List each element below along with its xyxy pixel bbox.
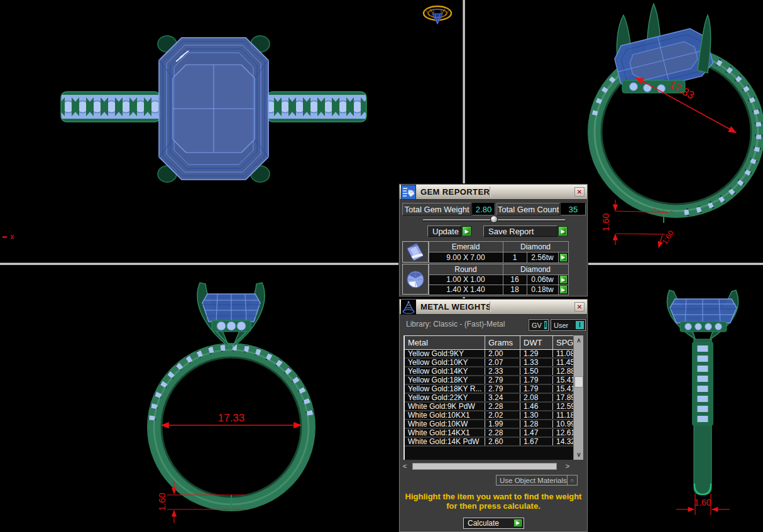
metal-table-row[interactable]: White Gold:9K PdW2.281.4612.59	[405, 403, 573, 411]
metal-table-cell: Yellow Gold:10KY	[405, 359, 485, 366]
gem-reporter-icon	[401, 185, 416, 200]
metal-table-cell: 2.28	[485, 429, 520, 437]
metal-table-cell: 1.99	[485, 420, 520, 428]
save-report-button[interactable]: Save Report	[483, 225, 557, 237]
metal-table-cell: 10.99	[553, 420, 573, 428]
viewport-divider-horizontal[interactable]	[0, 263, 763, 265]
gem-weight-cell: 0.18tw	[527, 285, 559, 295]
gem-type-header: Diamond	[503, 264, 569, 275]
update-button[interactable]: Update	[427, 225, 461, 237]
emerald-stone-icon	[402, 241, 429, 263]
row-arrow-icon[interactable]: ▶	[559, 285, 568, 294]
use-object-materials-button[interactable]: Use Object Materials ○	[496, 475, 578, 486]
metal-table-row[interactable]: White Gold:10KW1.991.2810.99	[405, 420, 573, 429]
ring-top-view-drawing	[0, 0, 463, 263]
metal-table-cell: White Gold:14KX1	[405, 429, 485, 437]
scroll-left-icon[interactable]: <	[400, 462, 409, 470]
vertical-scrollbar-thumb[interactable]	[574, 376, 583, 388]
row-arrow-icon[interactable]: ▶	[559, 275, 568, 284]
svg-text:17.33: 17.33	[218, 412, 245, 424]
metal-table-cell: 12.59	[553, 403, 573, 410]
metal-table-cell: 2.60	[485, 438, 520, 445]
horizontal-scrollbar-thumb[interactable]	[412, 463, 557, 470]
axis-x-label: x	[3, 232, 14, 241]
col-header-spg[interactable]: SPG	[553, 336, 573, 349]
metal-table-cell: 3.24	[485, 394, 520, 401]
gem-row-action[interactable]: ▶	[558, 274, 569, 285]
gem-size-cell: 1.00 X 1.00	[429, 274, 503, 285]
metal-table-row[interactable]: White Gold:14K PdW2.601.6714.32	[405, 438, 573, 447]
svg-text:1.60: 1.60	[600, 213, 611, 231]
scroll-down-icon[interactable]: ∨	[574, 450, 584, 460]
scroll-right-icon[interactable]: >	[563, 462, 572, 470]
calculate-button[interactable]: Calculate ▶	[463, 518, 524, 529]
metal-table-cell: 12.88	[553, 367, 573, 375]
metal-grid: Metal Grams DWT SPG Yellow Gold:9KY2.001…	[403, 335, 573, 460]
calculate-arrow-icon[interactable]: ▶	[513, 519, 522, 527]
instruction-line-2: for then press calculate.	[400, 501, 587, 511]
close-icon[interactable]: ✕	[574, 302, 585, 312]
metal-table-cell: 15.41	[553, 376, 573, 384]
gem-row-action[interactable]: ▶	[558, 285, 569, 295]
gem-reporter-titlebar[interactable]: GEM REPORTER ✕	[400, 185, 587, 200]
viewport-top-view[interactable]	[0, 0, 463, 263]
gv-toggle-indicator[interactable]: I	[544, 321, 547, 329]
scroll-up-icon[interactable]: ∧	[574, 335, 584, 345]
gv-label: GV	[532, 322, 542, 329]
metal-table-row[interactable]: Yellow Gold:22KY3.242.0817.89	[405, 394, 573, 403]
metal-table-body: Yellow Gold:9KY2.001.2911.08Yellow Gold:…	[405, 350, 573, 447]
col-header-grams[interactable]: Grams	[485, 336, 520, 349]
gem-count-cell: 18	[503, 285, 527, 295]
horizontal-scrollbar[interactable]: < >	[400, 462, 574, 470]
metal-table-cell: 1.28	[520, 420, 553, 428]
gem-group-round[interactable]: Round Diamond 1.00 X 1.00 16 0.06tw ▶ 1.…	[402, 264, 568, 295]
metal-table-row[interactable]: Yellow Gold:10KY2.071.3311.45	[405, 359, 573, 367]
library-label: Library: Classic - (Fast)-Metal	[406, 320, 505, 328]
gem-row-action[interactable]: ▶	[558, 252, 569, 263]
total-gem-weight-label: Total Gem Weight	[402, 203, 471, 215]
gem-size-slider-thumb[interactable]	[490, 215, 498, 223]
svg-text:1.60: 1.60	[694, 497, 711, 508]
col-header-metal[interactable]: Metal	[405, 336, 485, 349]
gem-size-cell: 9.00 X 7.00	[429, 252, 503, 263]
metal-weights-titlebar[interactable]: METAL WEIGHTS ✕	[400, 300, 587, 315]
metal-table-cell: 14.32	[553, 438, 573, 445]
metal-table-cell: 1.79	[520, 376, 553, 384]
metal-table-cell: Yellow Gold:18KY R...	[405, 385, 485, 393]
gem-reporter-panel: GEM REPORTER ✕ Total Gem Weight 2.80 Tot…	[399, 184, 588, 296]
metal-table-cell: White Gold:14K PdW	[405, 438, 485, 445]
vertical-scrollbar[interactable]: ∧ ∨	[573, 335, 583, 460]
metal-weights-panel: METAL WEIGHTS ✕ Library: Classic - (Fast…	[399, 299, 588, 532]
ring-band-right	[267, 92, 366, 122]
metal-table-cell: Yellow Gold:9KY	[405, 350, 485, 357]
gem-type-header: Diamond	[503, 241, 569, 252]
total-gem-count-label: Total Gem Count	[497, 203, 560, 215]
close-icon[interactable]: ✕	[574, 187, 585, 197]
metal-table-cell: 2.33	[485, 367, 520, 375]
metal-table-cell: 1.33	[520, 359, 553, 366]
metal-table-row[interactable]: Yellow Gold:18KY R...2.791.7915.41	[405, 385, 573, 394]
gem-size-cell: 1.40 X 1.40	[429, 285, 503, 295]
metal-table-row[interactable]: Yellow Gold:9KY2.001.2911.08	[405, 350, 573, 359]
metal-table-cell: Yellow Gold:14KY	[405, 367, 485, 375]
radio-icon[interactable]: ○	[567, 475, 577, 485]
metal-table-header: Metal Grams DWT SPG	[405, 336, 573, 350]
row-arrow-icon[interactable]: ▶	[559, 253, 568, 262]
user-toggle-button[interactable]: User I	[551, 319, 586, 331]
update-arrow-icon[interactable]: ▶	[462, 226, 471, 236]
gem-group-emerald[interactable]: Emerald Diamond 9.00 X 7.00 1 2.56tw ▶	[402, 241, 568, 263]
metal-table-row[interactable]: Yellow Gold:18KY2.791.7915.41	[405, 376, 573, 385]
metal-table-row[interactable]: Yellow Gold:14KY2.331.5012.88	[405, 367, 573, 376]
metal-table-cell: White Gold:10KX1	[405, 411, 485, 419]
metal-table-row[interactable]: White Gold:14KX12.281.4712.61	[405, 429, 573, 438]
user-toggle-indicator[interactable]: I	[576, 321, 584, 329]
save-report-arrow-icon[interactable]: ▶	[558, 226, 568, 236]
metal-table-cell: 2.08	[520, 394, 553, 401]
metal-table-row[interactable]: White Gold:10KX12.021.3011.18	[405, 411, 573, 420]
ring-shank-profile	[692, 339, 713, 495]
metal-table-cell: 1.30	[520, 411, 553, 419]
round-stone-icon	[402, 264, 429, 295]
gv-toggle-button[interactable]: GV I	[529, 319, 549, 331]
col-header-dwt[interactable]: DWT	[520, 336, 553, 349]
viewport-front-view[interactable]: 17.33 1.60	[0, 265, 463, 532]
